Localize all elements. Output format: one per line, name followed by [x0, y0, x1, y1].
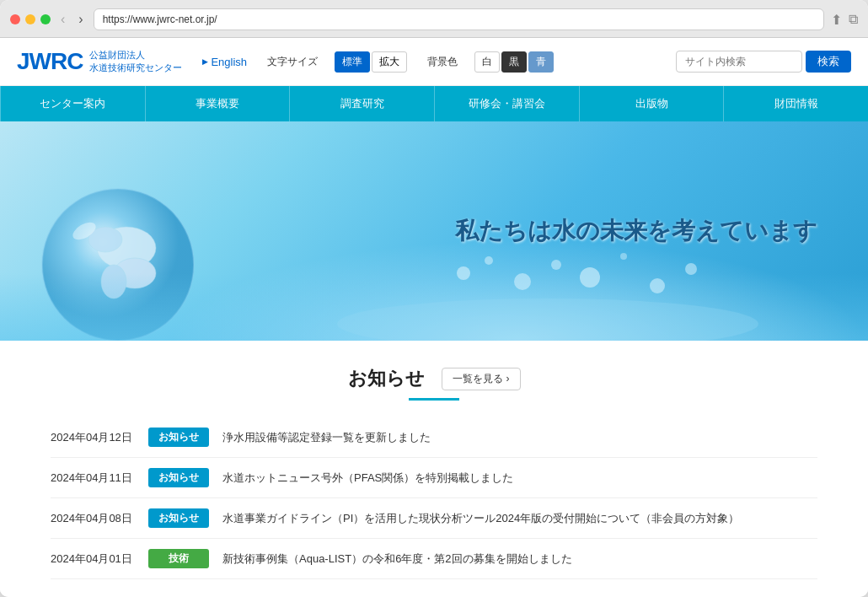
- svg-point-10: [514, 273, 531, 290]
- news-item[interactable]: 2024年04月08日 お知らせ 水道事業ガイドライン（PI）を活用した現状分析…: [51, 498, 817, 539]
- share-icon[interactable]: ⬆: [831, 12, 842, 28]
- hero-banner: 私たちは水の未来を考えています: [0, 121, 868, 341]
- svg-point-8: [457, 266, 470, 280]
- address-text: https://www.jwrc-net.or.jp/: [103, 13, 217, 25]
- news-text: 水道ホットニュース号外（PFAS関係）を特別掲載しました: [222, 471, 817, 486]
- font-standard-button[interactable]: 標準: [335, 51, 370, 73]
- font-size-label: 文字サイズ: [267, 55, 318, 69]
- logo-line1: 公益財団法人: [89, 49, 182, 62]
- close-button[interactable]: [10, 14, 20, 24]
- site-nav: センター案内 事業概要 調査研究 研修会・講習会 出版物 財団情報: [0, 86, 868, 121]
- news-badge: お知らせ: [148, 508, 209, 528]
- bg-white-button[interactable]: 白: [474, 51, 500, 73]
- forward-button[interactable]: ›: [75, 10, 86, 29]
- font-large-button[interactable]: 拡大: [372, 51, 407, 73]
- logo-line2: 水道技術研究センター: [89, 62, 182, 74]
- site-header: JWRC 公益財団法人 水道技術研究センター English 文字サイズ 標準 …: [0, 38, 868, 86]
- nav-seminar[interactable]: 研修会・講習会: [435, 86, 580, 121]
- bg-blue-button[interactable]: 青: [528, 51, 554, 73]
- svg-point-14: [650, 278, 665, 293]
- bg-buttons: 白 黒 青: [474, 51, 554, 73]
- search-input[interactable]: [676, 51, 802, 73]
- svg-point-15: [685, 263, 697, 275]
- font-buttons: 標準 拡大: [335, 51, 407, 73]
- browser-actions: ⬆ ⧉: [831, 12, 858, 28]
- chevron-right-icon: ›: [506, 373, 510, 385]
- svg-point-11: [551, 260, 561, 270]
- search-button[interactable]: 検索: [806, 51, 851, 73]
- news-badge: お知らせ: [148, 428, 209, 447]
- news-date: 2024年04月08日: [51, 511, 135, 526]
- news-list-button[interactable]: 一覧を見る ›: [442, 368, 521, 390]
- browser-chrome: ‹ › https://www.jwrc-net.or.jp/ ⬆ ⧉: [0, 0, 868, 38]
- english-link[interactable]: English: [202, 56, 247, 68]
- svg-point-9: [485, 256, 493, 265]
- back-button[interactable]: ‹: [57, 10, 68, 29]
- logo-text: 公益財団法人 水道技術研究センター: [89, 49, 182, 75]
- address-bar[interactable]: https://www.jwrc-net.or.jp/: [94, 8, 824, 30]
- news-badge: お知らせ: [148, 468, 209, 487]
- news-title: お知らせ: [348, 366, 425, 391]
- hero-text: 私たちは水の未来を考えています: [455, 215, 817, 247]
- news-title-underline: [409, 398, 459, 401]
- svg-point-13: [620, 253, 627, 260]
- news-item[interactable]: 2024年04月11日 お知らせ 水道ホットニュース号外（PFAS関係）を特別掲…: [51, 458, 817, 498]
- maximize-button[interactable]: [40, 14, 51, 24]
- nav-foundation[interactable]: 財団情報: [724, 86, 868, 121]
- news-item[interactable]: 2024年04月01日 技術 新技術事例集（Aqua-LIST）の令和6年度・第…: [51, 539, 817, 579]
- new-tab-icon[interactable]: ⧉: [849, 12, 858, 28]
- nav-publications[interactable]: 出版物: [580, 86, 725, 121]
- search-area: 検索: [676, 51, 851, 73]
- news-list-btn-label: 一覧を見る: [453, 372, 503, 386]
- bg-label: 背景色: [427, 55, 458, 69]
- news-item[interactable]: 2024年04月12日 お知らせ 浄水用設備等認定登録一覧を更新しました: [51, 417, 817, 458]
- news-text: 水道事業ガイドライン（PI）を活用した現状分析ツール2024年版の受付開始につい…: [222, 511, 817, 526]
- nav-research[interactable]: 調査研究: [290, 86, 435, 121]
- news-list: 2024年04月12日 お知らせ 浄水用設備等認定登録一覧を更新しました 202…: [51, 417, 817, 579]
- svg-point-12: [580, 267, 600, 288]
- news-date: 2024年04月01日: [51, 551, 135, 567]
- svg-point-16: [337, 298, 758, 341]
- news-date: 2024年04月12日: [51, 430, 135, 445]
- news-section: お知らせ 一覧を見る › 2024年04月12日 お知らせ 浄水用設備等認定登録…: [0, 341, 868, 596]
- site-content: JWRC 公益財団法人 水道技術研究センター English 文字サイズ 標準 …: [0, 38, 868, 597]
- logo-area: JWRC 公益財団法人 水道技術研究センター: [17, 48, 182, 75]
- news-badge: 技術: [148, 549, 209, 568]
- news-text: 新技術事例集（Aqua-LIST）の令和6年度・第2回の募集を開始しました: [222, 551, 817, 567]
- window-controls: [10, 14, 51, 24]
- bg-black-button[interactable]: 黒: [501, 51, 527, 73]
- news-header: お知らせ 一覧を見る ›: [51, 366, 817, 391]
- minimize-button[interactable]: [25, 14, 35, 24]
- logo-jwrc[interactable]: JWRC: [17, 48, 83, 75]
- nav-business[interactable]: 事業概要: [146, 86, 291, 121]
- news-text: 浄水用設備等認定登録一覧を更新しました: [222, 430, 817, 445]
- browser-window: ‹ › https://www.jwrc-net.or.jp/ ⬆ ⧉ JWRC…: [0, 0, 868, 597]
- nav-center-info[interactable]: センター案内: [0, 86, 146, 121]
- news-date: 2024年04月11日: [51, 471, 135, 486]
- hero-splash: [169, 239, 868, 341]
